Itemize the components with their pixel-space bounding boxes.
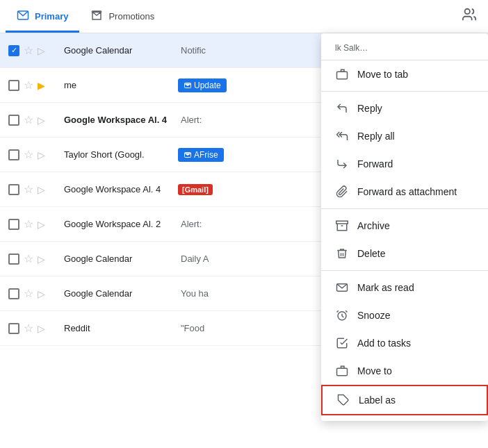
menu-item-forward[interactable]: Forward — [321, 150, 488, 178]
forward-label-icon: ▶ — [38, 80, 45, 91]
forward-label-icon: ▷ — [38, 45, 45, 56]
email-sender: Google Calendar — [64, 254, 175, 264]
email-checkbox[interactable] — [8, 80, 19, 91]
email-controls: ☆ ▷ — [8, 252, 64, 265]
menu-item-label: Forward as attachment — [357, 186, 457, 197]
tab-icon — [335, 67, 349, 81]
forward-label-icon: ▷ — [38, 184, 45, 195]
tabs-bar: Primary Promotions — [0, 0, 488, 33]
menu-item-reply-all[interactable]: Reply all — [321, 122, 488, 150]
email-checkbox[interactable] — [8, 149, 19, 160]
email-sender: Google Workspace Al. 2 — [64, 219, 175, 229]
email-checkbox[interactable] — [8, 323, 19, 334]
email-sender: Google Workspace Al. 4 — [64, 184, 175, 194]
svg-rect-9 — [337, 368, 348, 376]
menu-item-add-tasks[interactable]: Add to tasks — [321, 329, 488, 357]
promotions-tab-icon — [90, 9, 103, 24]
menu-item-label: Archive — [357, 220, 390, 231]
archive-icon — [335, 219, 349, 233]
email-checkbox[interactable] — [8, 288, 19, 299]
star-icon[interactable]: ☆ — [24, 148, 33, 161]
label-icon — [336, 393, 350, 407]
forward-label-icon: ▷ — [38, 288, 45, 299]
menu-item-label: Add to tasks — [357, 338, 411, 349]
action-button[interactable]: Update — [178, 78, 227, 92]
primary-tab-icon — [17, 9, 29, 24]
email-controls: ☆ ▷ — [8, 322, 64, 335]
forward-label-icon: ▷ — [38, 149, 45, 160]
delete-icon — [335, 247, 349, 260]
menu-item-label: Forward — [357, 158, 393, 169]
menu-item-move-to[interactable]: Move to — [321, 357, 488, 385]
menu-item-archive[interactable]: Archive — [321, 212, 488, 240]
menu-item-forward-attachment[interactable]: Forward as attachment — [321, 178, 488, 206]
email-checkbox[interactable] — [8, 45, 19, 56]
email-controls: ☆ ▶ — [8, 78, 64, 92]
menu-item-mark-read[interactable]: Mark as read — [321, 274, 488, 301]
star-icon[interactable]: ☆ — [24, 44, 33, 57]
email-controls: ☆ ▷ — [8, 183, 64, 196]
svg-rect-5 — [336, 221, 348, 224]
menu-item-reply[interactable]: Reply — [321, 94, 488, 122]
snooze-icon — [335, 308, 349, 322]
reply-icon — [335, 101, 349, 115]
email-actions: Update — [178, 78, 227, 92]
menu-email-header: lk Salk… — [321, 39, 488, 60]
svg-rect-4 — [337, 72, 348, 79]
star-icon[interactable]: ☆ — [24, 217, 33, 231]
menu-item-label: Reply — [357, 103, 382, 114]
email-checkbox[interactable] — [8, 254, 19, 265]
menu-item-move-to-tab[interactable]: Move to tab — [321, 60, 488, 88]
tab-primary[interactable]: Primary — [6, 0, 79, 33]
email-controls: ☆ ▷ — [8, 217, 64, 231]
email-controls: ☆ ▷ — [8, 148, 64, 161]
menu-item-label: Snooze — [357, 310, 390, 321]
forward-label-icon: ▷ — [38, 115, 45, 126]
star-icon[interactable]: ☆ — [24, 322, 33, 335]
email-sender: Google Workspace Al. 4 — [64, 115, 175, 125]
email-sender: Reddit — [64, 323, 175, 333]
menu-divider — [321, 270, 488, 271]
tasks-icon — [335, 336, 349, 350]
email-checkbox[interactable] — [8, 115, 19, 126]
star-icon[interactable]: ☆ — [24, 78, 33, 92]
menu-item-label: Move to tab — [357, 69, 408, 80]
attachment-icon — [335, 185, 349, 199]
menu-item-label: Move to — [357, 365, 392, 376]
email-sender: me — [64, 80, 175, 90]
menu-item-snooze[interactable]: Snooze — [321, 301, 488, 329]
action-button[interactable]: AFrise — [178, 148, 224, 162]
menu-divider — [321, 208, 488, 209]
svg-point-1 — [465, 9, 470, 14]
star-icon[interactable]: ☆ — [24, 252, 33, 265]
star-icon[interactable]: ☆ — [24, 287, 33, 300]
star-icon[interactable]: ☆ — [24, 183, 33, 196]
forward-label-icon: ▷ — [38, 219, 45, 230]
email-checkbox[interactable] — [8, 219, 19, 230]
email-controls: ☆ ▷ — [8, 287, 64, 300]
menu-item-delete[interactable]: Delete — [321, 240, 488, 267]
email-controls: ☆ ▷ — [8, 113, 64, 126]
mark-read-icon — [335, 281, 349, 294]
gmail-badge: [Gmail] — [178, 184, 213, 195]
menu-item-label: Reply all — [357, 131, 395, 142]
menu-item-label-as[interactable]: Label as — [321, 385, 488, 415]
tab-promotions[interactable]: Promotions — [79, 0, 165, 33]
menu-item-label: Delete — [357, 248, 385, 259]
email-controls: ☆ ▷ — [8, 44, 64, 57]
email-sender: Google Calendar — [64, 45, 175, 56]
menu-item-label: Label as — [359, 395, 396, 406]
email-checkbox[interactable] — [8, 184, 19, 195]
menu-divider — [321, 91, 488, 92]
context-menu: lk Salk… Move to tab Reply Reply all For… — [321, 33, 488, 421]
primary-tab-label: Primary — [35, 11, 68, 22]
reply-all-icon — [335, 129, 349, 143]
email-actions: AFrise — [178, 148, 224, 162]
menu-item-label: Mark as read — [357, 282, 414, 293]
forward-label-icon: ▷ — [38, 323, 45, 334]
star-icon[interactable]: ☆ — [24, 113, 33, 126]
forward-icon — [335, 157, 349, 171]
move-icon — [335, 364, 349, 378]
people-icon[interactable] — [456, 4, 482, 28]
promotions-tab-label: Promotions — [108, 11, 154, 22]
